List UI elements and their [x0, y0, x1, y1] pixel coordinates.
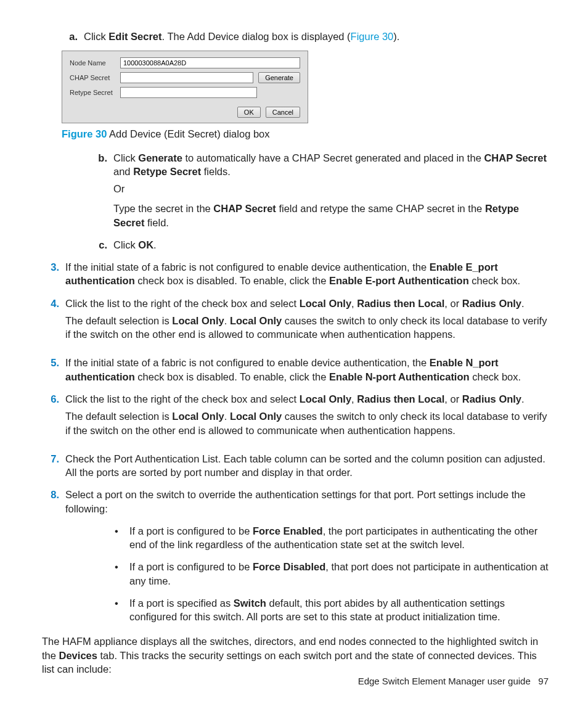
marker-5: 5. — [43, 356, 59, 369]
or-text: Or — [113, 182, 549, 195]
bold-local-only3: Local Only — [230, 411, 282, 422]
bold-edit-secret: Edit Secret — [108, 31, 161, 42]
txt: . — [521, 393, 525, 404]
bold-enable-eport-auth: Enable E-port Authentication — [329, 275, 469, 286]
step-7: 7. Check the Port Authentication List. E… — [43, 452, 549, 480]
port-settings-list: • If a port is configured to be Force En… — [115, 524, 549, 624]
input-retype-secret[interactable] — [120, 87, 257, 98]
bullet-force-disabled: • If a port is configured to be Force Di… — [115, 560, 549, 588]
dialog-row-retype: Retype Secret — [70, 87, 300, 98]
bullet-text: If a port is configured to be Force Enab… — [129, 524, 549, 552]
txt: If the initial state of a fabric is not … — [65, 357, 430, 368]
add-device-dialog: Node Name CHAP Secret Generate Retype Se… — [62, 51, 308, 123]
step-7-text: Check the Port Authentication List. Each… — [65, 452, 549, 480]
bold-force-disabled: Force Disabled — [253, 561, 325, 572]
txt: Click the list to the right of the check… — [65, 298, 300, 309]
txt: The default selection is — [65, 315, 172, 326]
txt: If the initial state of a fabric is not … — [65, 261, 430, 273]
link-figure-30[interactable]: Figure 30 — [351, 31, 394, 42]
step-4-para: The default selection is Local Only. Loc… — [65, 314, 549, 342]
marker-a: a. — [62, 30, 78, 43]
txt: If a port is configured to be — [129, 525, 253, 536]
txt: . — [521, 298, 525, 309]
txt: Click the list to the right of the check… — [65, 393, 300, 404]
bold-radius-only: Radius Only — [462, 298, 521, 309]
bullet-text: If a port is specified as Switch default… — [129, 596, 549, 624]
ok-button[interactable]: OK — [237, 107, 261, 118]
step-4: 4. Click the list to the right of the ch… — [43, 297, 549, 348]
bold-chap-secret2: CHAP Secret — [213, 203, 276, 214]
footer-title: Edge Switch Element Manager user guide — [358, 676, 531, 686]
step-6-text: Click the list to the right of the check… — [65, 392, 549, 443]
txt: field and retype the same CHAP secret in… — [276, 203, 485, 214]
txt: If a port is specified as — [129, 597, 234, 609]
step-b-alt: Type the secret in the CHAP Secret field… — [113, 202, 549, 229]
bold-radius-local: Radius then Local — [357, 298, 444, 309]
dialog-row-node: Node Name — [70, 57, 300, 68]
marker-3: 3. — [43, 260, 59, 274]
txt: field. — [144, 217, 168, 228]
bold-radius-only: Radius Only — [462, 393, 521, 404]
bold-force-enabled: Force Enabled — [253, 525, 323, 536]
dialog-footer: OK Cancel — [70, 107, 300, 118]
step-a-text: Click Edit Secret. The Add Device dialog… — [84, 30, 549, 43]
txt: check box. — [469, 275, 520, 286]
footer-page: 97 — [538, 676, 549, 686]
txt: Click — [113, 152, 138, 163]
input-node-name[interactable] — [120, 57, 300, 68]
txt: . — [224, 411, 230, 422]
txt: and — [113, 166, 133, 177]
bold-devices: Devices — [59, 650, 97, 661]
bold-local-only2: Local Only — [172, 411, 224, 422]
figure-caption: Figure 30 Add Device (Edit Secret) dialo… — [62, 127, 549, 141]
page: { "step_a": { "marker": "a.", "pre": "Cl… — [0, 0, 588, 706]
page-footer: Edge Switch Element Manager user guide 9… — [358, 675, 549, 688]
generate-button[interactable]: Generate — [258, 72, 300, 83]
bold-chap-secret: CHAP Secret — [484, 152, 547, 163]
step-8-text: Select a port on the switch to override … — [65, 488, 549, 515]
txt: Click — [84, 31, 108, 42]
input-chap-secret[interactable] — [120, 72, 253, 83]
txt: check box. — [470, 371, 521, 382]
label-node-name: Node Name — [70, 59, 120, 68]
marker-4: 4. — [43, 297, 59, 310]
bullet-icon: • — [115, 524, 123, 538]
marker-c: c. — [91, 238, 107, 252]
bullet-force-enabled: • If a port is configured to be Force En… — [115, 524, 549, 552]
label-chap-secret: CHAP Secret — [70, 73, 120, 83]
txt: tab. This tracks the security settings o… — [42, 650, 537, 675]
bold-ok: OK — [138, 239, 153, 250]
bullet-text: If a port is configured to be Force Disa… — [129, 560, 549, 588]
step-5: 5. If the initial state of a fabric is n… — [43, 356, 549, 384]
figure-label: Figure 30 — [62, 128, 107, 139]
txt: The default selection is — [65, 411, 172, 422]
step-8: 8. Select a port on the switch to overri… — [43, 488, 549, 515]
step-5-text: If the initial state of a fabric is not … — [65, 356, 549, 384]
bold-generate: Generate — [138, 152, 182, 163]
bold-local-only: Local Only — [300, 298, 351, 309]
bullet-switch-default: • If a port is specified as Switch defau… — [115, 596, 549, 624]
txt: to automatically have a CHAP Secret gene… — [182, 152, 484, 163]
step-a: a. Click Edit Secret. The Add Device dia… — [62, 30, 549, 43]
closing-paragraph: The HAFM appliance displays all the swit… — [42, 634, 546, 676]
step-c-text: Click OK. — [113, 238, 549, 252]
dialog-row-chap: CHAP Secret Generate — [70, 72, 300, 83]
txt: If a port is configured to be — [129, 561, 253, 572]
txt: check box is disabled. To enable, click … — [135, 275, 329, 286]
bullet-icon: • — [115, 560, 123, 573]
bold-enable-nport-auth: Enable N-port Authentication — [329, 371, 470, 382]
bold-switch: Switch — [234, 597, 266, 609]
txt: check box is disabled. To enable, click … — [135, 371, 329, 382]
bold-retype-secret: Retype Secret — [133, 166, 201, 177]
bold-radius-local: Radius then Local — [357, 393, 444, 404]
cancel-button[interactable]: Cancel — [266, 107, 300, 118]
txt: . The Add Device dialog box is displayed… — [162, 31, 351, 42]
step-3: 3. If the initial state of a fabric is n… — [43, 260, 549, 288]
bold-local-only3: Local Only — [230, 315, 282, 326]
txt: . — [153, 239, 157, 250]
txt: Type the secret in the — [113, 203, 213, 214]
marker-8: 8. — [43, 488, 59, 501]
marker-b: b. — [91, 151, 107, 165]
txt: ). — [393, 31, 399, 42]
txt: , or — [444, 393, 462, 404]
